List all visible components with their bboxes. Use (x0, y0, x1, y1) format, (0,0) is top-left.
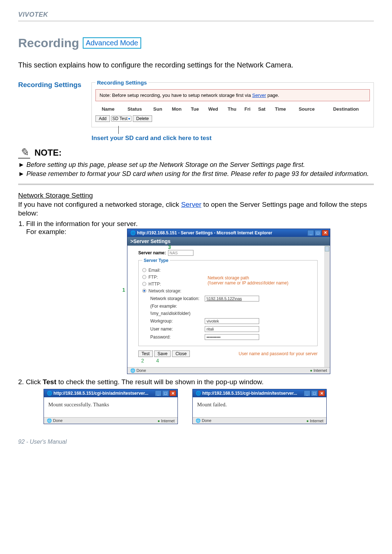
radio-http[interactable] (142, 282, 146, 286)
radio-ftp[interactable] (142, 275, 146, 279)
popup-success-done-text: Done (53, 418, 62, 423)
col-destination: Destination (322, 105, 370, 113)
page-title: Recording (18, 36, 79, 50)
radio-ns-row[interactable]: Network storage: (142, 288, 314, 294)
page-title-row: Recording Advanced Mode (18, 36, 374, 50)
ns-annot-l2: (\\server name or IP address\folder name… (208, 280, 289, 286)
ie-internet-text: Internet (314, 368, 327, 373)
popup-max-2[interactable]: □ (311, 390, 318, 396)
popup-max-1[interactable]: □ (162, 390, 169, 396)
popup-fail-done-text: Done (202, 418, 211, 423)
ie-title-text: http://192.168.5.151 - Server Settings -… (137, 230, 272, 235)
popup-fail-internet: ● Internet (306, 419, 323, 423)
advanced-mode-badge: Advanced Mode (83, 37, 141, 49)
popup-close-1[interactable]: ✕ (170, 390, 176, 396)
save-button[interactable]: Save (154, 350, 171, 357)
recording-settings-legend: Recording Settings (95, 79, 148, 86)
radio-email-row[interactable]: Email: (142, 268, 314, 273)
ns-password-label: Password: (150, 335, 201, 340)
callout-1: 1 (122, 287, 125, 293)
popup-fail: 🌐 http://192.168.5.151/cgi-bin/admin/tes… (192, 389, 327, 424)
popup-success-internet-text: Internet (161, 419, 175, 423)
ns-username-input[interactable]: ritali (205, 326, 259, 332)
popup-success-body: Mount successfully. Thanks (44, 397, 177, 417)
popup-success-title-text: http://192.168.5.151/cgi-bin/admin/tests… (53, 391, 148, 396)
note-section: ✎ NOTE: (18, 147, 374, 159)
popup-success-titlebar: 🌐 http://192.168.5.151/cgi-bin/admin/tes… (44, 389, 177, 397)
ns-location-input[interactable]: \\192.168.5.122\nas (205, 296, 259, 301)
note-title: NOTE: (34, 148, 62, 158)
ie-status-bar: 🌐 Done ● Internet (127, 367, 330, 374)
step2-c: to check the setting. The result will be… (56, 378, 264, 386)
server-name-input[interactable] (168, 250, 193, 256)
popup-fail-status: 🌐 Done ● Internet (193, 417, 326, 424)
server-type-legend: Server Type (142, 258, 170, 263)
brand-header: VIVOTEK (18, 11, 374, 21)
popup-fail-internet-text: Internet (310, 419, 323, 423)
server-name-label: Server name: (138, 250, 166, 255)
ns-annot-l1: Network storage path (208, 275, 289, 280)
page-footer: 92 - User's Manual (18, 439, 374, 445)
ns-example-1: (For example: (150, 304, 201, 309)
server-link[interactable]: Server (252, 93, 266, 98)
insert-sd-text: Insert your SD card and click here to te… (91, 135, 374, 142)
test-button[interactable]: Test (138, 350, 153, 357)
sdtest-select-label: SD Test (113, 116, 128, 121)
popup-fail-title: 🌐 http://192.168.5.151/cgi-bin/admin/tes… (196, 391, 297, 396)
recording-note-text: Note: Before setup recording, you have t… (99, 93, 252, 98)
step2-b: Test (43, 378, 57, 386)
ns-password-input[interactable]: •••••••••• (205, 334, 259, 340)
popup-success: 🌐 http://192.168.5.151/cgi-bin/admin/tes… (44, 389, 178, 424)
server-name-row: Server name: (138, 250, 318, 256)
scrollbar-thumb[interactable] (325, 246, 329, 251)
popup-min-1[interactable]: _ (155, 390, 162, 396)
maximize-button[interactable]: □ (315, 230, 321, 236)
add-button[interactable]: Add (95, 115, 110, 122)
recording-table: Name Status Sun Mon Tue Wed Thu Fri Sat … (95, 105, 370, 113)
radio-ftp-label: FTP: (148, 275, 158, 280)
sdtest-select[interactable]: SD Test ▾ (111, 116, 132, 122)
recording-settings-panel: Recording Settings Note: Before setup re… (91, 79, 374, 145)
col-source: Source (291, 105, 322, 113)
delete-button[interactable]: Delete (133, 115, 152, 122)
panel-body: 3 Server name: 1 Server Type Email: FTP:… (127, 246, 330, 367)
col-wed: Wed (203, 105, 223, 113)
recording-note-suffix: page. (266, 93, 279, 98)
ns-username-label: User name: (150, 327, 201, 332)
close-button-2[interactable]: Close (172, 350, 190, 357)
result-popups: 🌐 http://192.168.5.151/cgi-bin/admin/tes… (44, 389, 374, 424)
recording-note-box: Note: Before setup recording, you have t… (95, 89, 370, 101)
radio-http-label: HTTP: (148, 282, 161, 287)
radio-network-storage[interactable] (142, 289, 146, 293)
ie-window-server-settings: 🌐 http://192.168.5.151 - Server Settings… (127, 229, 330, 374)
ie-title: 🌐 http://192.168.5.151 - Server Settings… (130, 230, 272, 235)
steps-list: Fill in the information for your server. (26, 220, 374, 228)
popup-close-2[interactable]: ✕ (318, 390, 325, 396)
note-item-2: ► Please remember to format your SD card… (25, 170, 374, 178)
popup-success-done: 🌐 Done (47, 418, 62, 423)
server-link-2[interactable]: Server (181, 201, 201, 208)
close-button[interactable]: ✕ (322, 230, 328, 236)
ie-status-done: 🌐 Done (130, 368, 146, 373)
popup-min-2[interactable]: _ (304, 390, 310, 396)
radio-ns-label: Network storage: (148, 288, 181, 294)
popup-fail-title-text: http://192.168.5.151/cgi-bin/admin/tests… (202, 391, 297, 396)
network-storage-details: Network storage location: \\192.168.5.12… (150, 296, 314, 340)
popup-fail-done: 🌐 Done (196, 418, 211, 423)
step2-a: Click (26, 378, 42, 386)
network-storage-path-annot: Network storage path (\\server name or I… (208, 275, 289, 286)
col-status: Status (121, 105, 149, 113)
ie-done-text: Done (136, 368, 146, 373)
recording-buttons: Add SD Test ▾ Delete (95, 115, 370, 122)
minimize-button[interactable]: _ (307, 230, 314, 236)
callout-numbers: 2 4 (138, 358, 318, 364)
userpass-annot: User name and password for your server (239, 351, 318, 356)
callout-4: 4 (156, 358, 159, 364)
nss-intro-a: If you have not configured a networked s… (18, 201, 181, 208)
ns-workgroup-input[interactable]: vivotek (205, 318, 259, 324)
pencil-icon: ✎ (18, 147, 30, 159)
recording-settings-fieldset: Recording Settings Note: Before setup re… (91, 79, 374, 127)
radio-email[interactable] (142, 268, 146, 272)
ns-location-label: Network storage location: (150, 296, 201, 301)
col-thu: Thu (223, 105, 241, 113)
